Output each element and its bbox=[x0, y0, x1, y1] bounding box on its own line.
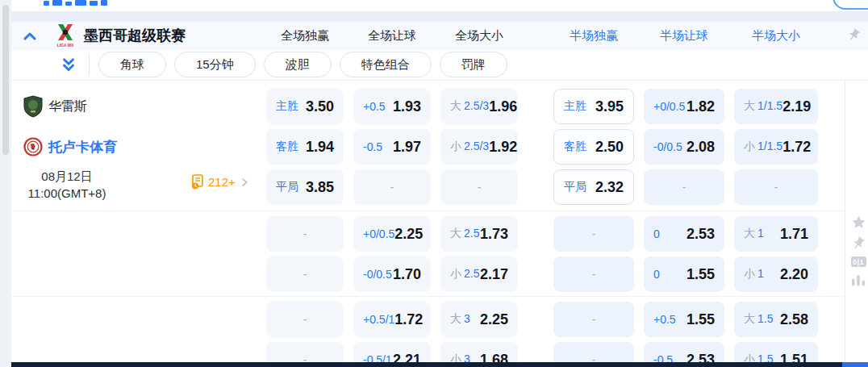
odds-value: 1.96 bbox=[489, 98, 517, 115]
right-rail-divider bbox=[845, 80, 845, 362]
tab-pill[interactable]: 角球 bbox=[98, 52, 166, 77]
odds-cell[interactable]: 大2.51.73 bbox=[440, 216, 518, 252]
odds-value: 1.71 bbox=[780, 226, 808, 243]
column-header[interactable]: 半场让球 bbox=[644, 28, 724, 44]
odds-cell-empty[interactable]: - bbox=[440, 169, 518, 205]
odds-cell-empty[interactable]: - bbox=[266, 302, 344, 337]
odds-page: LIGA MX 墨西哥超级联赛 全场独赢全场让球全场大小半场独赢半场让球半场大小 bbox=[0, 0, 868, 367]
odds-cell[interactable]: +0.5/11.72 bbox=[353, 302, 431, 337]
section-divider bbox=[11, 211, 845, 211]
odds-selection-label: 大 bbox=[450, 99, 461, 114]
odds-value: 3.50 bbox=[306, 98, 334, 115]
match-date: 08月12日 bbox=[16, 168, 118, 185]
odds-cell-empty[interactable]: - bbox=[644, 169, 724, 205]
odds-row: --0/0.51.70小2.52.17-01.55小12.20 bbox=[266, 256, 818, 292]
odds-section-alt-lines-2: -+0.5/11.72大32.25-+0.51.55大1.52.58--0.5/… bbox=[266, 302, 818, 367]
home-team-row[interactable]: 华雷斯 bbox=[11, 89, 87, 124]
stats-chart-icon[interactable] bbox=[850, 273, 866, 287]
markets-count-button[interactable]: 212+ bbox=[190, 174, 250, 190]
odds-cell[interactable]: -0.51.97 bbox=[353, 129, 431, 165]
league-logo-caption: LIGA MX bbox=[57, 43, 74, 48]
odds-cell[interactable]: 大1/1.52.19 bbox=[734, 89, 818, 124]
odds-cell-empty[interactable]: - bbox=[553, 302, 634, 337]
odds-selection-label: 大 bbox=[450, 312, 461, 327]
odds-cell[interactable]: 小2.5/31.92 bbox=[440, 129, 518, 165]
tab-pill[interactable]: 波胆 bbox=[264, 52, 332, 77]
odds-cell-empty[interactable]: - bbox=[353, 169, 431, 205]
league-logo: LIGA MX bbox=[53, 23, 77, 49]
league-title[interactable]: 墨西哥超级联赛 bbox=[84, 22, 186, 50]
market-column-headers: 全场独赢全场让球全场大小半场独赢半场让球半场大小 bbox=[266, 22, 818, 50]
odds-cell[interactable]: 客胜1.94 bbox=[266, 129, 344, 165]
odds-cell[interactable]: 大1.52.58 bbox=[734, 302, 818, 337]
home-team-name[interactable]: 华雷斯 bbox=[48, 98, 87, 115]
odds-row: 客胜1.94-0.51.97小2.5/31.92客胜2.50-0/0.52.08… bbox=[266, 129, 818, 165]
empty-odds-dash: - bbox=[390, 181, 394, 194]
markets-list-icon bbox=[190, 174, 205, 190]
odds-cell[interactable]: +0.51.93 bbox=[353, 89, 431, 124]
tab-pill[interactable]: 特色组合 bbox=[340, 52, 432, 77]
odds-cell[interactable]: 02.53 bbox=[644, 216, 724, 252]
favorite-star-icon[interactable] bbox=[850, 215, 867, 231]
odds-cell[interactable]: 主胜3.95 bbox=[553, 89, 634, 124]
column-header[interactable]: 全场独赢 bbox=[266, 28, 344, 44]
odds-cell[interactable]: 平局3.85 bbox=[266, 169, 344, 205]
column-header[interactable]: 全场让球 bbox=[353, 28, 431, 44]
odds-cell-empty[interactable]: - bbox=[266, 216, 344, 252]
odds-value: 1.70 bbox=[393, 266, 421, 283]
odds-cell[interactable]: 小1/1.51.72 bbox=[734, 129, 818, 165]
odds-section-full: 主胜3.50+0.51.93大2.5/31.96主胜3.95+0/0.51.82… bbox=[266, 89, 818, 210]
tab-pill[interactable]: 罚牌 bbox=[440, 52, 507, 77]
tab-pill[interactable]: 15分钟 bbox=[174, 52, 256, 77]
clipped-top-button[interactable] bbox=[833, 0, 868, 10]
odds-handicap-label: 2.5/3 bbox=[464, 99, 489, 112]
odds-cell-empty[interactable]: - bbox=[734, 169, 818, 205]
odds-cell[interactable]: -0/0.52.08 bbox=[644, 129, 724, 165]
odds-cell[interactable]: 客胜2.50 bbox=[553, 129, 634, 165]
odds-value: 3.95 bbox=[595, 98, 624, 115]
expand-more-markets-button[interactable] bbox=[60, 56, 77, 74]
empty-odds-dash: - bbox=[592, 313, 596, 326]
odds-cell[interactable]: 大11.71 bbox=[734, 216, 818, 252]
odds-label-group: 主胜 bbox=[564, 99, 586, 114]
odds-handicap-label: +0/0.5 bbox=[653, 100, 685, 113]
odds-cell[interactable]: 大2.5/31.96 bbox=[440, 89, 518, 124]
odds-handicap-label: +0/0.5 bbox=[363, 227, 394, 240]
odds-cell-empty[interactable]: - bbox=[266, 256, 344, 292]
scrollbar-thumb[interactable] bbox=[2, 5, 9, 155]
empty-odds-dash: - bbox=[682, 181, 686, 194]
away-team-row[interactable]: 托卢卡体育 bbox=[11, 129, 117, 165]
odds-cell[interactable]: 01.55 bbox=[644, 256, 724, 292]
odds-value: 2.19 bbox=[782, 98, 811, 115]
odds-label-group: 客胜 bbox=[276, 140, 298, 154]
collapse-league-button[interactable] bbox=[21, 28, 40, 44]
column-header[interactable]: 全场大小 bbox=[440, 28, 518, 44]
odds-label-group: 大1/1.5 bbox=[744, 99, 782, 114]
odds-format-toggle[interactable]: 0|1 bbox=[851, 256, 866, 267]
rail-pin-icon[interactable] bbox=[851, 236, 866, 251]
odds-cell-empty[interactable]: - bbox=[553, 256, 634, 292]
column-header[interactable]: 半场大小 bbox=[734, 28, 818, 44]
odds-handicap-label: 1 bbox=[757, 267, 764, 280]
odds-format-label: 0|1 bbox=[853, 258, 864, 266]
odds-label-group: 小2.5/3 bbox=[450, 140, 489, 154]
odds-cell[interactable]: 小2.52.17 bbox=[440, 256, 518, 292]
odds-cell[interactable]: 平局2.32 bbox=[553, 169, 634, 205]
odds-cell[interactable]: 大32.25 bbox=[440, 302, 518, 337]
odds-label-group: +0/0.5 bbox=[653, 100, 685, 113]
odds-cell-empty[interactable]: - bbox=[553, 216, 634, 252]
column-header[interactable]: 半场独赢 bbox=[553, 28, 634, 44]
away-team-name[interactable]: 托卢卡体育 bbox=[48, 138, 117, 156]
league-header-row: LIGA MX 墨西哥超级联赛 全场独赢全场让球全场大小半场独赢半场让球半场大小 bbox=[11, 22, 868, 50]
odds-cell[interactable]: 小12.20 bbox=[734, 256, 818, 292]
odds-cell[interactable]: +0/0.51.82 bbox=[644, 89, 724, 124]
odds-handicap-label: -0/0.5 bbox=[363, 268, 392, 281]
odds-cell[interactable]: +0/0.52.25 bbox=[353, 216, 431, 252]
pin-icon[interactable] bbox=[847, 28, 861, 42]
odds-cell[interactable]: +0.51.55 bbox=[644, 302, 724, 337]
odds-value: 1.55 bbox=[686, 311, 715, 328]
left-scrollbar-track[interactable] bbox=[0, 0, 11, 367]
odds-label-group: 平局 bbox=[564, 180, 586, 194]
odds-cell[interactable]: -0/0.51.70 bbox=[353, 256, 431, 292]
odds-cell[interactable]: 主胜3.50 bbox=[266, 89, 344, 124]
